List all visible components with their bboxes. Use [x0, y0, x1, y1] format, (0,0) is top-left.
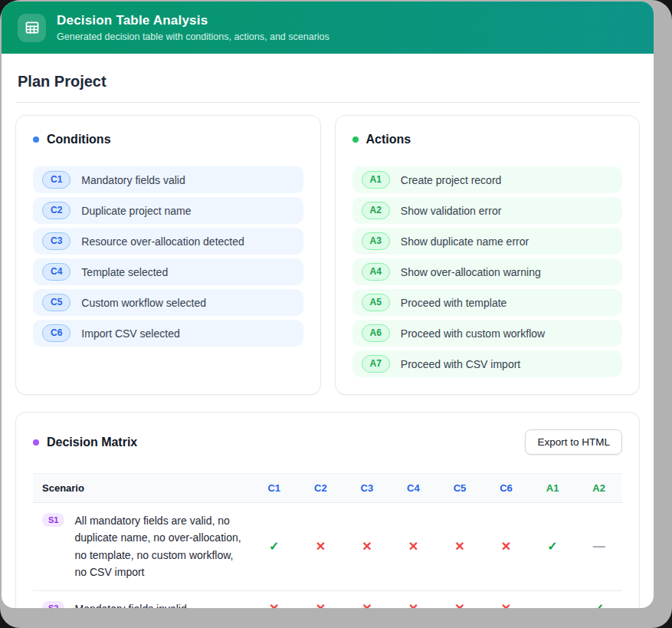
decision-matrix-dot-icon — [33, 439, 39, 446]
cross-mark-icon: ✕ — [390, 503, 437, 591]
condition-item: C4Template selected — [33, 258, 303, 285]
export-html-button[interactable]: Export to HTML — [525, 429, 622, 455]
conditions-card-title: Conditions — [33, 133, 303, 146]
condition-label: Template selected — [81, 264, 168, 281]
action-item: A7Proceed with CSV import — [352, 350, 623, 377]
action-label: Create project record — [401, 172, 502, 189]
action-label: Show over-allocation warning — [401, 264, 541, 281]
column-header-c3: C3 — [344, 474, 391, 503]
column-header-c1: C1 — [251, 474, 298, 503]
table-grid-icon — [18, 14, 46, 42]
decision-matrix-header: Decision Matrix Export to HTML — [33, 429, 622, 455]
conditions-dot-icon — [33, 136, 39, 143]
app-window: Decision Table Analysis Generated decisi… — [2, 2, 654, 608]
condition-id-badge: C5 — [42, 294, 70, 311]
condition-label: Mandatory fields valid — [81, 172, 185, 189]
cards-grid: Conditions C1Mandatory fields validC2Dup… — [15, 115, 640, 395]
cross-mark-icon: ✕ — [437, 503, 484, 591]
cross-mark-icon: ✕ — [297, 590, 344, 608]
action-item: A6Proceed with custom workflow — [352, 320, 623, 347]
action-id-badge: A3 — [362, 232, 390, 250]
check-mark-icon: ✓ — [529, 503, 576, 591]
header-text: Decision Table Analysis Generated decisi… — [57, 13, 329, 41]
condition-id-badge: C6 — [42, 324, 70, 342]
matrix-row: S2Mandatory fields invalid✕✕✕✕✕✕—✓ — [33, 590, 622, 608]
column-header-c4: C4 — [390, 474, 437, 503]
cross-mark-icon: ✕ — [483, 503, 529, 591]
action-label: Proceed with custom workflow — [401, 325, 545, 342]
condition-id-badge: C1 — [42, 171, 70, 189]
dash-mark-icon: — — [575, 503, 622, 591]
matrix-row: S1All mandatory fields are valid, no dup… — [33, 503, 622, 591]
action-id-badge: A1 — [362, 171, 390, 189]
cross-mark-icon: ✕ — [344, 590, 391, 608]
action-id-badge: A2 — [362, 202, 390, 219]
page-title: Plan Project — [18, 73, 638, 90]
scenario-id-badge: S2 — [42, 601, 64, 608]
column-header-a2: A2 — [575, 474, 622, 503]
scenario-description: All mandatory fields are valid, no dupli… — [74, 512, 241, 581]
action-item: A1Create project record — [352, 166, 623, 193]
actions-list: A1Create project recordA2Show validation… — [352, 166, 623, 377]
condition-label: Import CSV selected — [81, 325, 179, 342]
page-content: Plan Project Conditions C1Mandatory fiel… — [2, 54, 654, 608]
action-item: A3Show duplicate name error — [352, 228, 623, 255]
app-header: Decision Table Analysis Generated decisi… — [2, 2, 654, 54]
action-item: A2Show validation error — [352, 197, 623, 224]
condition-item: C5Custom workflow selected — [33, 289, 303, 316]
action-label: Proceed with CSV import — [401, 356, 520, 373]
action-id-badge: A6 — [362, 324, 390, 342]
condition-id-badge: C4 — [42, 263, 70, 281]
action-label: Show validation error — [401, 202, 502, 219]
conditions-card: Conditions C1Mandatory fields validC2Dup… — [15, 115, 321, 395]
condition-label: Custom workflow selected — [81, 294, 206, 311]
column-header-c5: C5 — [437, 474, 484, 503]
decision-matrix-title-row: Decision Matrix — [33, 436, 137, 449]
action-label: Proceed with template — [401, 294, 507, 311]
condition-item: C6Import CSV selected — [33, 320, 303, 347]
cross-mark-icon: ✕ — [390, 590, 437, 608]
condition-id-badge: C2 — [42, 202, 70, 219]
scenario-cell: S1All mandatory fields are valid, no dup… — [33, 503, 251, 591]
divider — [15, 102, 640, 103]
action-label: Show duplicate name error — [401, 233, 529, 250]
condition-item: C2Duplicate project name — [33, 197, 303, 224]
cross-mark-icon: ✕ — [251, 590, 298, 608]
column-header-scenario: Scenario — [33, 474, 251, 503]
action-item: A4Show over-allocation warning — [352, 258, 623, 285]
cross-mark-icon: ✕ — [483, 590, 529, 608]
dash-mark-icon: — — [529, 590, 576, 608]
window-frame: Decision Table Analysis Generated decisi… — [0, 0, 672, 628]
condition-item: C3Resource over-allocation detected — [33, 228, 303, 255]
conditions-list: C1Mandatory fields validC2Duplicate proj… — [33, 166, 303, 347]
scenario-id-badge: S1 — [42, 513, 64, 527]
check-mark-icon: ✓ — [251, 503, 298, 591]
condition-item: C1Mandatory fields valid — [33, 166, 303, 193]
matrix-table-body: S1All mandatory fields are valid, no dup… — [33, 503, 622, 609]
condition-id-badge: C3 — [42, 232, 70, 250]
actions-card-title: Actions — [352, 133, 623, 146]
conditions-title: Conditions — [47, 133, 111, 146]
action-id-badge: A7 — [362, 355, 390, 373]
cross-mark-icon: ✕ — [437, 590, 484, 608]
decision-matrix-card: Decision Matrix Export to HTML ScenarioC… — [15, 412, 640, 608]
actions-dot-icon — [352, 136, 359, 143]
actions-title: Actions — [366, 133, 411, 146]
check-mark-icon: ✓ — [575, 590, 622, 608]
decision-matrix-table: ScenarioC1C2C3C4C5C6A1A2 S1All mandatory… — [33, 473, 622, 608]
matrix-table-head: ScenarioC1C2C3C4C5C6A1A2 — [33, 474, 622, 503]
decision-matrix-title: Decision Matrix — [47, 436, 137, 449]
scenario-description: Mandatory fields invalid — [74, 600, 186, 608]
column-header-c6: C6 — [483, 474, 529, 503]
scenario-cell: S2Mandatory fields invalid — [33, 590, 251, 608]
column-header-a1: A1 — [529, 474, 576, 503]
app-title: Decision Table Analysis — [57, 13, 329, 28]
condition-label: Duplicate project name — [81, 202, 191, 219]
action-item: A5Proceed with template — [352, 289, 623, 316]
column-header-c2: C2 — [297, 474, 344, 503]
app-subtitle: Generated decision table with conditions… — [57, 31, 329, 42]
cross-mark-icon: ✕ — [344, 503, 391, 591]
action-id-badge: A5 — [362, 294, 390, 311]
action-id-badge: A4 — [362, 263, 390, 281]
actions-card: Actions A1Create project recordA2Show va… — [335, 115, 641, 395]
